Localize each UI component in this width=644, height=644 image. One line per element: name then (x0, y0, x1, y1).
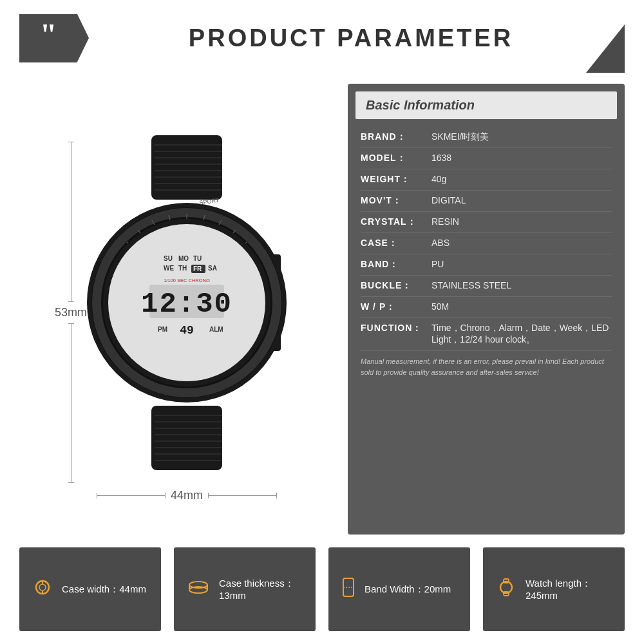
svg-text:SU: SU (164, 255, 173, 262)
spec-value: 50M (431, 301, 612, 312)
spec-value: PU (431, 259, 612, 269)
svg-text:MO: MO (178, 255, 189, 262)
spec-label: BRAND： (361, 131, 431, 143)
spec-label: MODEL： (361, 153, 431, 164)
bottom-cell-1: Case thickness：13mm (174, 547, 316, 631)
specs-header-title: Basic Information (366, 98, 475, 112)
width-label: 44mm (171, 489, 203, 502)
bottom-cell-3: Watch length：245mm (483, 547, 625, 631)
width-line (97, 495, 166, 496)
spec-value: STAINLESS STEEL (431, 280, 612, 290)
spec-label: WEIGHT： (361, 174, 431, 185)
svg-text:FR: FR (193, 265, 202, 272)
spec-value: 40g (431, 174, 612, 184)
spec-row: MODEL：1638 (361, 148, 612, 169)
svg-text:ALM: ALM (209, 326, 223, 333)
height-line (71, 142, 71, 302)
main-content: 53mm (0, 71, 644, 547)
spec-value: 1638 (431, 153, 612, 163)
spec-row: BUCKLE：STAINLESS STEEL (361, 276, 612, 297)
bottom-text-0: Case width：44mm (62, 583, 146, 596)
bottom-text-3: Watch length：245mm (526, 578, 612, 601)
svg-text:PM: PM (158, 326, 167, 333)
bottom-text-1: Case thickness：13mm (219, 578, 303, 601)
bottom-bar: Case width：44mm Case thickness：13mm Band… (0, 547, 644, 631)
quote-icon: " (40, 19, 57, 50)
spec-row: BRAND：SKMEI/时刻美 (361, 127, 612, 148)
spec-row: W / P：50M (361, 297, 612, 318)
page-header: " PRODUCT PARAMETER (0, 0, 644, 71)
page-title: PRODUCT PARAMETER (189, 24, 513, 52)
spec-row: CASE：ABS (361, 233, 612, 254)
spec-value: DIGITAL (431, 195, 612, 205)
width-line-2 (208, 495, 277, 496)
width-dimension: 44mm (97, 489, 277, 502)
spec-row: WEIGHT：40g (361, 169, 612, 191)
header-title-area: PRODUCT PARAMETER (77, 24, 625, 52)
bottom-text-2: Band Width：20mm (365, 583, 451, 596)
watch-svg: SPORT SU MO TU WE TH FR SA 1/100 SEC CHR… (77, 135, 296, 470)
svg-text:WE: WE (164, 265, 174, 272)
bottom-cell-2: Band Width：20mm (328, 547, 470, 631)
svg-text:SA: SA (208, 265, 217, 272)
bottom-icon-2 (341, 577, 355, 602)
svg-text:TH: TH (178, 265, 187, 272)
spec-row: MOV'T：DIGITAL (361, 191, 612, 212)
spec-label: CASE： (361, 238, 431, 249)
svg-text:TU: TU (193, 255, 202, 262)
corner-triangle-icon (586, 24, 625, 73)
spec-label: MOV'T： (361, 195, 431, 207)
spec-label: BUCKLE： (361, 280, 431, 292)
spec-value: Time，Chrono，Alarm，Date，Week，LED Light，12… (431, 323, 612, 346)
bottom-icon-0 (32, 577, 53, 602)
watch-image-container: SPORT SU MO TU WE TH FR SA 1/100 SEC CHR… (77, 116, 296, 489)
specs-header: Basic Information (355, 91, 617, 119)
specs-body: BRAND：SKMEI/时刻美MODEL：1638WEIGHT：40gMOV'T… (348, 119, 625, 535)
bottom-icon-3 (496, 577, 516, 602)
specs-panel: Basic Information BRAND：SKMEI/时刻美MODEL：1… (348, 84, 625, 535)
bottom-cell-0: Case width：44mm (19, 547, 161, 631)
spec-value: SKMEI/时刻美 (431, 131, 612, 143)
svg-text:1/100 SEC CHRONO: 1/100 SEC CHRONO (164, 278, 210, 283)
spec-label: BAND： (361, 259, 431, 270)
svg-point-61 (39, 584, 46, 591)
spec-label: CRYSTAL： (361, 216, 431, 228)
specs-note: Manual measurement, if there is an error… (361, 356, 612, 377)
spec-value: RESIN (431, 216, 612, 227)
watch-area: 53mm (19, 84, 328, 535)
spec-row: FUNCTION：Time，Chrono，Alarm，Date，Week，LED… (361, 318, 612, 351)
spec-label: W / P： (361, 301, 431, 313)
height-line-2 (71, 323, 71, 484)
svg-text:49: 49 (180, 324, 194, 337)
svg-text:12:30: 12:30 (141, 288, 232, 320)
spec-row: CRYSTAL：RESIN (361, 212, 612, 233)
spec-label: FUNCTION： (361, 323, 431, 334)
bottom-icon-1 (187, 578, 210, 601)
quote-box: " (19, 14, 77, 62)
spec-row: BAND：PU (361, 254, 612, 276)
spec-value: ABS (431, 238, 612, 248)
